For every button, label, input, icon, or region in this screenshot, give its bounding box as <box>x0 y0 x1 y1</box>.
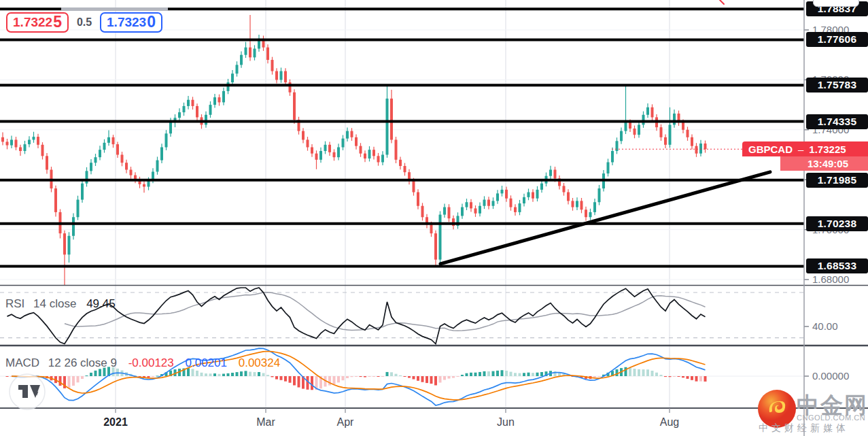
price-level-label: 1.74335 <box>806 114 868 129</box>
cngold-watermark: 中金网 CNGOLD.COM.CN 中文财经新媒体 <box>756 386 868 436</box>
macd-signal-value: 0.00324 <box>239 356 280 369</box>
badge-time: 13:49:05 <box>808 158 848 169</box>
price-level-label: 1.70238 <box>806 216 868 231</box>
trading-chart-app: 1.780001.760001.740001.720001.700001.680… <box>0 0 868 436</box>
symbol-label: GBPCAD <box>748 144 793 155</box>
sell-button[interactable]: 1.73225 <box>6 12 69 33</box>
macd-line-value: 0.00201 <box>186 356 227 369</box>
rsi-params: 14 close <box>33 297 76 310</box>
macd-title: MACD <box>5 356 39 369</box>
macd-pane-label[interactable]: MACD 12 26 close 9 -0.00123 0.00201 0.00… <box>5 356 280 370</box>
price-level-label: 1.75783 <box>806 78 868 93</box>
last-price-badge: GBPCAD – 1.73225 13:49:05 <box>742 141 868 171</box>
quote-widget: 1.73225 0.5 1.73230 <box>6 12 162 33</box>
price-axis[interactable] <box>804 0 868 408</box>
sell-price: 1.7322 <box>13 15 52 30</box>
price-level-label: 1.68533 <box>806 258 868 273</box>
buy-big-digit: 0 <box>147 13 156 31</box>
badge-price: 1.73225 <box>809 144 846 155</box>
chart-canvas[interactable]: 1.780001.760001.740001.720001.700001.680… <box>0 0 868 436</box>
tradingview-logo-icon <box>10 374 45 409</box>
cngold-domain: CNGOLD.COM.CN <box>797 414 865 422</box>
time-axis[interactable] <box>0 409 804 436</box>
clipped-axis-label <box>813 0 859 7</box>
buy-button[interactable]: 1.73230 <box>100 12 162 33</box>
rsi-value: 49.45 <box>86 297 116 310</box>
rsi-pane-label[interactable]: RSI 14 close 49.45 <box>5 297 116 311</box>
spread-label: 0.5 <box>69 16 100 29</box>
sell-big-digit: 5 <box>53 13 62 31</box>
price-level-label: 1.71985 <box>806 173 868 188</box>
cngold-tagline: 中文财经新媒体 <box>759 422 849 435</box>
macd-params: 12 26 close 9 <box>48 356 117 369</box>
macd-hist-value: -0.00123 <box>128 356 174 369</box>
buy-price: 1.7323 <box>107 15 146 30</box>
badge-dash: – <box>798 144 803 155</box>
price-level-label: 1.77606 <box>806 32 868 47</box>
rsi-title: RSI <box>5 297 24 310</box>
